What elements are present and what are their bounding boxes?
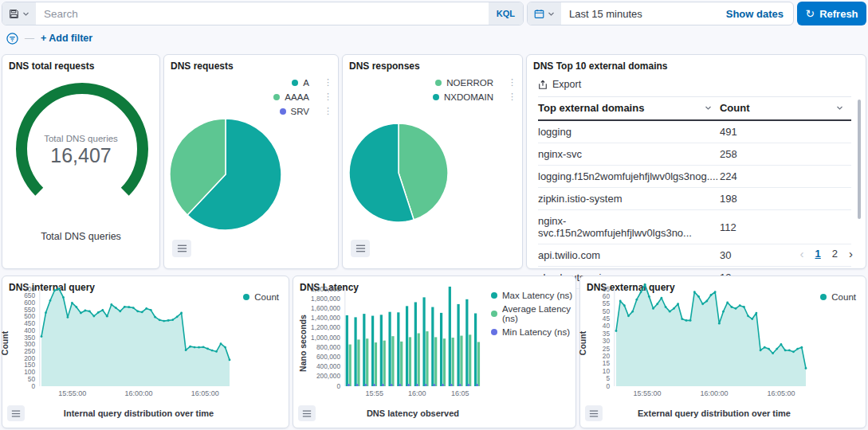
export-button[interactable]: Export (538, 79, 581, 90)
svg-text:30: 30 (603, 337, 611, 345)
svg-text:150: 150 (24, 361, 35, 369)
panel-top-external-domains: DNS Top 10 external domains Export Top e… (526, 54, 866, 269)
svg-text:15:55:00: 15:55:00 (58, 389, 86, 397)
pie-chart[interactable] (164, 55, 340, 270)
refresh-button[interactable]: ↻ Refresh (797, 2, 866, 25)
cell-domain[interactable]: logging.f15n2womfujehfjlwv0lgs3nog.... (538, 166, 720, 188)
gauge-bottom-label: Total DNS queries (2, 231, 159, 242)
svg-text:15: 15 (603, 359, 611, 367)
show-dates-button[interactable]: Show dates (717, 2, 793, 25)
calendar-icon (534, 9, 544, 19)
list-icon (355, 244, 366, 253)
svg-text:450: 450 (24, 319, 35, 327)
svg-text:1,800,000: 1,800,000 (311, 295, 340, 303)
kql-button[interactable]: KQL (489, 2, 523, 25)
svg-text:650: 650 (24, 291, 35, 299)
legend-toggle-button[interactable] (172, 240, 191, 257)
pagination-prev-icon[interactable]: ‹ (800, 247, 804, 260)
cell-count[interactable]: 258 (720, 143, 851, 166)
pagination-page-1[interactable]: 1 (815, 248, 821, 260)
svg-text:15:55:00: 15:55:00 (634, 389, 662, 397)
svg-text:5: 5 (606, 374, 610, 382)
time-range-value[interactable]: Last 15 minutes (561, 2, 717, 25)
area-chart[interactable]: 0501001502002503003504004505005506006507… (2, 276, 290, 405)
svg-text:0: 0 (336, 382, 340, 390)
x-axis-title: Internal query distribution over time (39, 408, 238, 418)
svg-text:55: 55 (603, 299, 611, 307)
svg-text:45: 45 (603, 315, 611, 322)
svg-text:40: 40 (603, 322, 611, 330)
svg-text:65: 65 (603, 285, 611, 293)
filter-icon (6, 33, 18, 45)
svg-text:16:05:00: 16:05:00 (767, 389, 795, 397)
svg-text:550: 550 (24, 306, 35, 314)
svg-text:2,000,000: 2,000,000 (311, 285, 340, 293)
column-header-domains[interactable]: Top external domains (538, 97, 720, 121)
sort-chevron-icon (836, 104, 843, 111)
svg-text:50: 50 (28, 375, 36, 383)
svg-text:0: 0 (606, 382, 610, 390)
saved-query-menu[interactable] (2, 2, 36, 25)
export-icon (538, 80, 548, 90)
list-icon (589, 409, 599, 418)
svg-text:1,200,000: 1,200,000 (311, 323, 340, 331)
bar-chart[interactable]: 0200,000400,000600,000800,0001,000,0001,… (293, 276, 577, 405)
legend-toggle-button[interactable] (351, 240, 370, 257)
cell-domain[interactable]: api.twilio.com (538, 244, 720, 267)
panel-dns-internal-query: DNS internal query Count Count 050100150… (2, 276, 289, 428)
query-bar: KQL (2, 2, 524, 25)
svg-text:60: 60 (603, 292, 611, 300)
cell-domain[interactable]: nginx-svc.f15n2womfujehfjlwv0lgs3no... (538, 210, 720, 244)
list-icon (302, 409, 312, 418)
pagination-next-icon[interactable]: › (849, 247, 853, 260)
panel-title[interactable]: DNS Top 10 external domains (533, 61, 668, 72)
svg-text:300: 300 (24, 340, 35, 348)
svg-text:600: 600 (24, 299, 35, 307)
svg-text:400: 400 (24, 326, 35, 334)
cell-count[interactable]: 198 (720, 188, 851, 210)
sort-chevron-icon (705, 104, 712, 111)
svg-text:16:05:00: 16:05:00 (191, 389, 219, 397)
table-row[interactable]: zipkin.istio-system198 (538, 188, 851, 210)
cell-domain[interactable]: zipkin.istio-system (538, 188, 720, 210)
dashboard: KQL Last 15 minutes Show dates ↻ Refresh (0, 0, 868, 430)
table-row[interactable]: nginx-svc.f15n2womfujehfjlwv0lgs3no...11… (538, 210, 851, 244)
cell-count[interactable]: 491 (720, 120, 851, 143)
panel-dns-external-query: DNS external query Count Count 051015202… (579, 276, 866, 428)
table-row[interactable]: nginx-svc258 (538, 143, 851, 166)
svg-text:200,000: 200,000 (316, 372, 340, 380)
cell-domain[interactable]: logging (538, 120, 720, 143)
add-filter-button[interactable]: + Add filter (41, 33, 92, 44)
gauge-center-label: Total DNS queries (2, 134, 159, 143)
search-input[interactable] (36, 2, 489, 25)
table-row[interactable]: logging.f15n2womfujehfjlwv0lgs3nog....22… (538, 166, 851, 188)
svg-text:25: 25 (603, 345, 611, 353)
refresh-icon: ↻ (805, 7, 815, 20)
pie-chart[interactable] (343, 55, 524, 270)
svg-text:35: 35 (603, 330, 611, 338)
panel-dns-responses: DNS responses NOERROR⋮NXDOMAIN⋮ (342, 54, 523, 269)
table-row[interactable]: logging491 (538, 120, 851, 143)
area-chart[interactable]: 0510152025303540455055606515:55:0016:00:… (580, 276, 867, 405)
column-header-count[interactable]: Count (720, 97, 851, 121)
date-picker: Last 15 minutes Show dates (527, 2, 794, 25)
cell-domain[interactable]: nginx-svc (538, 143, 720, 166)
svg-text:700: 700 (24, 285, 35, 293)
list-icon (177, 244, 187, 253)
cell-count[interactable]: 224 (720, 166, 851, 188)
legend-toggle-button[interactable] (585, 405, 603, 421)
cell-count[interactable]: 112 (720, 210, 851, 244)
legend-toggle-button[interactable] (7, 405, 25, 421)
svg-text:16:00:00: 16:00:00 (124, 389, 152, 397)
legend-toggle-button[interactable] (298, 405, 316, 421)
svg-text:0: 0 (31, 382, 35, 390)
chevron-down-icon (22, 10, 29, 18)
svg-text:16:00:00: 16:00:00 (700, 389, 728, 397)
x-axis-title: External query distribution over time (614, 408, 815, 418)
svg-text:100: 100 (24, 368, 35, 376)
calendar-menu[interactable] (528, 2, 561, 25)
save-icon (9, 9, 19, 19)
table-pagination: ‹12› (800, 247, 853, 260)
table-scrollbar[interactable] (858, 100, 861, 219)
pagination-page-2[interactable]: 2 (832, 248, 838, 260)
